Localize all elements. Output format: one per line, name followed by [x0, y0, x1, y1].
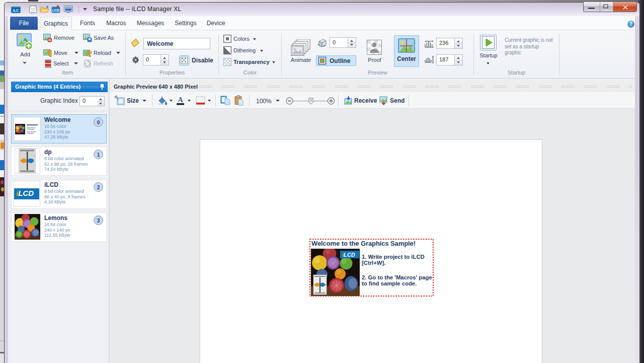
svg-text:LCD: LCD	[52, 9, 59, 12]
svg-text:iLC: iLC	[13, 9, 19, 12]
svg-text:iLCD: iLCD	[342, 252, 355, 258]
svg-text:A: A	[178, 96, 183, 104]
